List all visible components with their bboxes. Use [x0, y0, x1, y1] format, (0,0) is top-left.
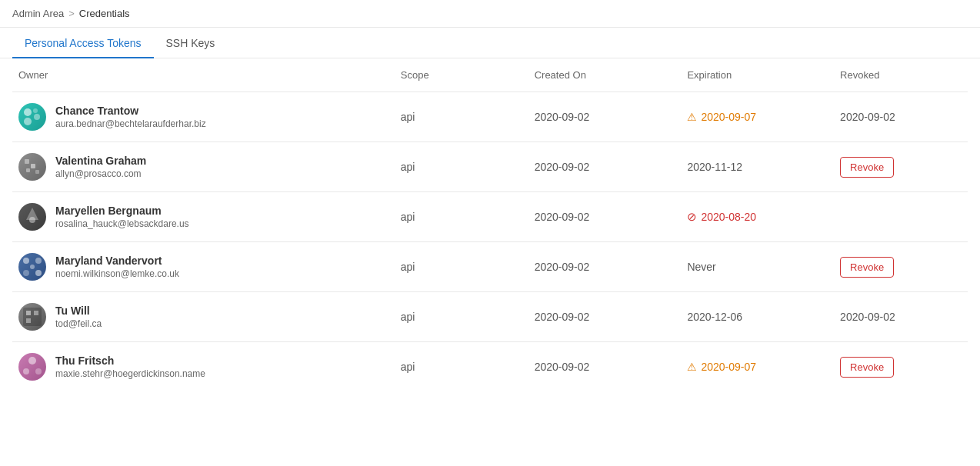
- breadcrumb-parent[interactable]: Admin Area: [12, 8, 64, 19]
- created-cell: 2020-09-02: [528, 292, 682, 342]
- scope-cell: api: [395, 342, 528, 392]
- svg-rect-7: [31, 164, 35, 168]
- owner-cell: Maryellen Bergnaum rosalina_hauck@lebsac…: [12, 192, 395, 242]
- svg-point-18: [30, 265, 35, 269]
- created-cell: 2020-09-02: [528, 242, 682, 292]
- expiration-cell: ⚠ 2020-09-07: [681, 342, 834, 392]
- expiration-warning: ⚠ 2020-09-07: [687, 361, 828, 373]
- svg-point-26: [23, 368, 29, 374]
- revoked-cell: [834, 192, 968, 242]
- svg-rect-21: [26, 311, 31, 315]
- owner-info: Valentina Graham allyn@prosacco.com: [55, 155, 146, 179]
- created-cell: 2020-09-02: [528, 342, 682, 392]
- svg-point-3: [24, 118, 32, 125]
- owner-email: aura.bednar@bechtelaraufderhar.biz: [55, 118, 206, 129]
- expiration-cell: ⚠ 2020-09-07: [681, 92, 834, 142]
- svg-point-25: [28, 357, 36, 364]
- expiration-warning: ⚠ 2020-09-07: [687, 111, 828, 123]
- owner-info: Tu Will tod@feil.ca: [55, 305, 102, 329]
- revoked-cell: Revoke: [834, 242, 968, 292]
- owner-email: allyn@prosacco.com: [55, 168, 146, 179]
- owner-name: Chance Trantow: [55, 105, 206, 117]
- warning-icon: ⚠: [687, 111, 697, 123]
- owner-email: maxie.stehr@hoegerdickinson.name: [55, 368, 205, 379]
- owner-cell: Maryland Vandervort noemi.wilkinson@lemk…: [12, 242, 395, 292]
- owner-name: Maryellen Bergnaum: [55, 205, 189, 217]
- avatar: [18, 103, 46, 131]
- created-cell: 2020-09-02: [528, 192, 682, 242]
- table-container: Owner Scope Created On Expiration Revoke…: [0, 58, 980, 391]
- owner-cell: Valentina Graham allyn@prosacco.com: [12, 142, 395, 192]
- col-header-owner: Owner: [12, 58, 395, 92]
- svg-rect-23: [26, 318, 31, 323]
- svg-point-4: [33, 108, 38, 113]
- svg-rect-6: [25, 159, 29, 164]
- owner-info: Maryland Vandervort noemi.wilkinson@lemk…: [55, 255, 179, 279]
- svg-rect-22: [34, 311, 38, 315]
- owner-name: Tu Will: [55, 305, 102, 317]
- scope-cell: api: [395, 292, 528, 342]
- table-row: Chance Trantow aura.bednar@bechtelaraufd…: [12, 92, 968, 142]
- owner-cell: Thu Fritsch maxie.stehr@hoegerdickinson.…: [12, 342, 395, 392]
- owner-email: rosalina_hauck@lebsackdare.us: [55, 218, 189, 229]
- svg-point-15: [35, 258, 42, 264]
- col-header-scope: Scope: [395, 58, 528, 92]
- col-header-expiration: Expiration: [681, 58, 834, 92]
- table-row: Maryland Vandervort noemi.wilkinson@lemk…: [12, 242, 968, 292]
- revoked-cell: 2020-09-02: [834, 92, 968, 142]
- breadcrumb: Admin Area > Credentials: [0, 0, 980, 28]
- warning-icon: ⚠: [687, 361, 697, 373]
- tab-ssh-keys[interactable]: SSH Keys: [154, 28, 228, 58]
- revoke-button[interactable]: Revoke: [840, 257, 894, 278]
- col-header-created: Created On: [528, 58, 682, 92]
- breadcrumb-separator: >: [68, 8, 75, 19]
- avatar: [18, 203, 46, 231]
- svg-rect-20: [23, 308, 42, 326]
- avatar: [18, 303, 46, 331]
- svg-point-1: [24, 108, 32, 116]
- expiration-cell: ⊘ 2020-08-20: [681, 192, 834, 242]
- svg-point-2: [34, 114, 40, 120]
- owner-info: Maryellen Bergnaum rosalina_hauck@lebsac…: [55, 205, 189, 229]
- table-row: Tu Will tod@feil.ca api2020-09-022020-12…: [12, 292, 968, 342]
- credentials-table: Owner Scope Created On Expiration Revoke…: [12, 58, 968, 391]
- col-header-revoked: Revoked: [834, 58, 968, 92]
- expiration-cell: 2020-11-12: [681, 142, 834, 192]
- expiration-cell: Never: [681, 242, 834, 292]
- tab-personal-access-tokens[interactable]: Personal Access Tokens: [12, 28, 154, 58]
- owner-info: Thu Fritsch maxie.stehr@hoegerdickinson.…: [55, 354, 205, 379]
- svg-point-0: [18, 103, 46, 131]
- svg-point-17: [35, 270, 42, 276]
- created-cell: 2020-09-02: [528, 92, 682, 142]
- tabs: Personal Access Tokens SSH Keys: [0, 28, 980, 58]
- table-row: Thu Fritsch maxie.stehr@hoegerdickinson.…: [12, 342, 968, 392]
- owner-name: Thu Fritsch: [55, 354, 205, 367]
- owner-info: Chance Trantow aura.bednar@bechtelaraufd…: [55, 105, 206, 129]
- svg-point-27: [35, 368, 42, 374]
- avatar: [18, 153, 46, 181]
- breadcrumb-current: Credentials: [79, 8, 130, 19]
- revoked-cell: 2020-09-02: [834, 292, 968, 342]
- revoked-cell: Revoke: [834, 142, 968, 192]
- avatar: [18, 253, 46, 281]
- revoked-cell: Revoke: [834, 342, 968, 392]
- expired-icon: ⊘: [687, 210, 697, 224]
- svg-rect-8: [35, 170, 39, 174]
- svg-point-14: [23, 258, 29, 264]
- revoke-button[interactable]: Revoke: [840, 357, 894, 378]
- owner-cell: Chance Trantow aura.bednar@bechtelaraufd…: [12, 92, 395, 142]
- expiration-expired: ⊘ 2020-08-20: [687, 210, 828, 224]
- scope-cell: api: [395, 142, 528, 192]
- owner-email: noemi.wilkinson@lemke.co.uk: [55, 268, 179, 279]
- table-row: Valentina Graham allyn@prosacco.com api2…: [12, 142, 968, 192]
- owner-name: Valentina Graham: [55, 155, 146, 167]
- owner-name: Maryland Vandervort: [55, 255, 179, 267]
- svg-point-12: [29, 217, 35, 223]
- svg-point-16: [23, 270, 29, 276]
- svg-rect-9: [26, 168, 30, 172]
- table-row: Maryellen Bergnaum rosalina_hauck@lebsac…: [12, 192, 968, 242]
- scope-cell: api: [395, 192, 528, 242]
- owner-cell: Tu Will tod@feil.ca: [12, 292, 395, 342]
- scope-cell: api: [395, 242, 528, 292]
- revoke-button[interactable]: Revoke: [840, 157, 894, 178]
